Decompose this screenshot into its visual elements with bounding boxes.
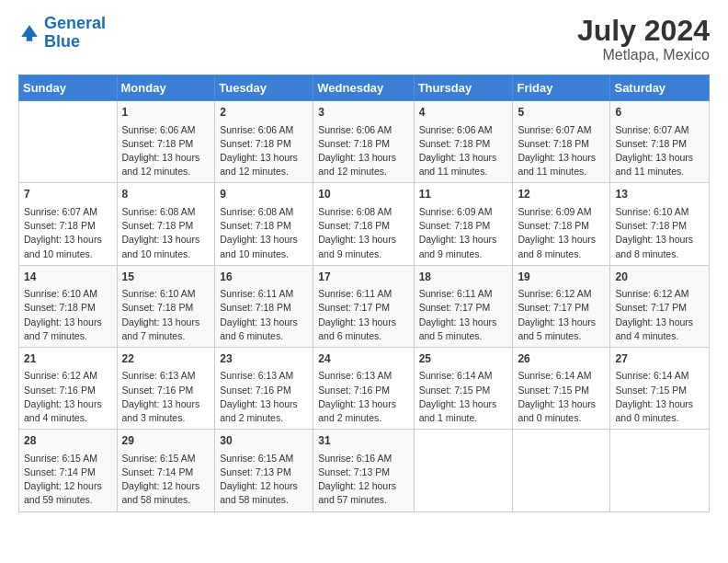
title-block: July 2024 Metlapa, Mexico bbox=[577, 15, 710, 63]
day-number: 31 bbox=[318, 433, 408, 449]
day-number: 6 bbox=[615, 105, 704, 121]
week-row-3: 21Sunrise: 6:12 AMSunset: 7:16 PMDayligh… bbox=[19, 347, 710, 429]
day-number: 17 bbox=[318, 270, 408, 285]
week-row-1: 7Sunrise: 6:07 AMSunset: 7:18 PMDaylight… bbox=[19, 183, 710, 265]
day-number: 16 bbox=[220, 270, 308, 285]
calendar-cell: 20Sunrise: 6:12 AMSunset: 7:17 PMDayligh… bbox=[610, 265, 710, 347]
day-number: 27 bbox=[615, 351, 704, 367]
calendar-cell: 9Sunrise: 6:08 AMSunset: 7:18 PMDaylight… bbox=[215, 183, 313, 265]
day-number: 14 bbox=[24, 270, 112, 285]
day-number: 26 bbox=[518, 351, 605, 367]
day-number: 24 bbox=[318, 351, 408, 367]
calendar-cell: 28Sunrise: 6:15 AMSunset: 7:14 PMDayligh… bbox=[19, 430, 118, 511]
day-number: 19 bbox=[518, 270, 605, 285]
calendar-cell: 3Sunrise: 6:06 AMSunset: 7:18 PMDaylight… bbox=[313, 101, 414, 183]
calendar-page: General Blue July 2024 Metlapa, Mexico S… bbox=[0, 0, 728, 563]
day-number: 5 bbox=[518, 105, 605, 121]
calendar-cell: 14Sunrise: 6:10 AMSunset: 7:18 PMDayligh… bbox=[19, 265, 118, 347]
day-number: 12 bbox=[518, 187, 605, 202]
day-number: 3 bbox=[318, 105, 408, 121]
calendar-cell: 26Sunrise: 6:14 AMSunset: 7:15 PMDayligh… bbox=[513, 347, 610, 429]
day-number: 4 bbox=[419, 105, 508, 121]
day-number: 22 bbox=[122, 351, 210, 367]
day-number: 29 bbox=[122, 433, 210, 449]
calendar-cell: 27Sunrise: 6:14 AMSunset: 7:15 PMDayligh… bbox=[610, 347, 710, 429]
calendar-cell: 30Sunrise: 6:15 AMSunset: 7:13 PMDayligh… bbox=[215, 430, 313, 511]
day-number: 13 bbox=[615, 187, 704, 202]
calendar-cell: 24Sunrise: 6:13 AMSunset: 7:16 PMDayligh… bbox=[313, 347, 414, 429]
calendar-cell bbox=[414, 430, 513, 511]
calendar-cell: 1Sunrise: 6:06 AMSunset: 7:18 PMDaylight… bbox=[117, 101, 215, 183]
day-number: 15 bbox=[122, 270, 210, 285]
header: General Blue July 2024 Metlapa, Mexico bbox=[18, 15, 710, 63]
calendar-cell: 5Sunrise: 6:07 AMSunset: 7:18 PMDaylight… bbox=[513, 101, 610, 183]
logo: General Blue bbox=[18, 15, 106, 52]
calendar-cell: 25Sunrise: 6:14 AMSunset: 7:15 PMDayligh… bbox=[414, 347, 513, 429]
calendar-cell: 8Sunrise: 6:08 AMSunset: 7:18 PMDaylight… bbox=[117, 183, 215, 265]
svg-rect-1 bbox=[27, 37, 32, 41]
day-header-tuesday: Tuesday bbox=[215, 75, 313, 101]
calendar-cell: 10Sunrise: 6:08 AMSunset: 7:18 PMDayligh… bbox=[313, 183, 414, 265]
calendar-cell bbox=[610, 430, 710, 511]
day-number: 25 bbox=[419, 351, 508, 367]
day-number: 21 bbox=[24, 351, 112, 367]
calendar-cell: 19Sunrise: 6:12 AMSunset: 7:17 PMDayligh… bbox=[513, 265, 610, 347]
calendar-cell: 22Sunrise: 6:13 AMSunset: 7:16 PMDayligh… bbox=[117, 347, 215, 429]
calendar-cell: 21Sunrise: 6:12 AMSunset: 7:16 PMDayligh… bbox=[19, 347, 118, 429]
calendar-cell: 17Sunrise: 6:11 AMSunset: 7:17 PMDayligh… bbox=[313, 265, 414, 347]
logo-text: General Blue bbox=[44, 15, 106, 52]
day-number: 30 bbox=[220, 433, 308, 449]
day-header-friday: Friday bbox=[513, 75, 610, 101]
calendar-table: SundayMondayTuesdayWednesdayThursdayFrid… bbox=[18, 75, 710, 511]
month-year: July 2024 bbox=[577, 15, 710, 47]
calendar-cell: 13Sunrise: 6:10 AMSunset: 7:18 PMDayligh… bbox=[610, 183, 710, 265]
week-row-2: 14Sunrise: 6:10 AMSunset: 7:18 PMDayligh… bbox=[19, 265, 710, 347]
calendar-cell: 6Sunrise: 6:07 AMSunset: 7:18 PMDaylight… bbox=[610, 101, 710, 183]
logo-icon bbox=[18, 22, 40, 44]
week-row-4: 28Sunrise: 6:15 AMSunset: 7:14 PMDayligh… bbox=[19, 430, 710, 511]
day-number: 18 bbox=[419, 270, 508, 285]
day-number: 20 bbox=[615, 270, 704, 285]
day-number: 28 bbox=[24, 433, 112, 449]
calendar-cell: 16Sunrise: 6:11 AMSunset: 7:18 PMDayligh… bbox=[215, 265, 313, 347]
calendar-cell: 29Sunrise: 6:15 AMSunset: 7:14 PMDayligh… bbox=[117, 430, 215, 511]
day-header-sunday: Sunday bbox=[19, 75, 118, 101]
calendar-cell: 2Sunrise: 6:06 AMSunset: 7:18 PMDaylight… bbox=[215, 101, 313, 183]
header-row: SundayMondayTuesdayWednesdayThursdayFrid… bbox=[19, 75, 710, 101]
calendar-cell: 4Sunrise: 6:06 AMSunset: 7:18 PMDaylight… bbox=[414, 101, 513, 183]
calendar-cell: 18Sunrise: 6:11 AMSunset: 7:17 PMDayligh… bbox=[414, 265, 513, 347]
day-header-wednesday: Wednesday bbox=[313, 75, 414, 101]
day-number: 1 bbox=[122, 105, 210, 121]
day-number: 7 bbox=[24, 187, 112, 202]
day-header-monday: Monday bbox=[117, 75, 215, 101]
week-row-0: 1Sunrise: 6:06 AMSunset: 7:18 PMDaylight… bbox=[19, 101, 710, 183]
day-number: 23 bbox=[220, 351, 308, 367]
calendar-cell: 23Sunrise: 6:13 AMSunset: 7:16 PMDayligh… bbox=[215, 347, 313, 429]
calendar-cell: 7Sunrise: 6:07 AMSunset: 7:18 PMDaylight… bbox=[19, 183, 118, 265]
day-header-saturday: Saturday bbox=[610, 75, 710, 101]
day-header-thursday: Thursday bbox=[414, 75, 513, 101]
calendar-cell: 12Sunrise: 6:09 AMSunset: 7:18 PMDayligh… bbox=[513, 183, 610, 265]
calendar-cell: 31Sunrise: 6:16 AMSunset: 7:13 PMDayligh… bbox=[313, 430, 414, 511]
day-number: 10 bbox=[318, 187, 408, 202]
location: Metlapa, Mexico bbox=[577, 47, 710, 63]
calendar-cell bbox=[19, 101, 118, 183]
svg-marker-0 bbox=[21, 25, 38, 37]
day-number: 2 bbox=[220, 105, 308, 121]
calendar-cell: 15Sunrise: 6:10 AMSunset: 7:18 PMDayligh… bbox=[117, 265, 215, 347]
calendar-cell: 11Sunrise: 6:09 AMSunset: 7:18 PMDayligh… bbox=[414, 183, 513, 265]
day-number: 11 bbox=[419, 187, 508, 202]
calendar-cell bbox=[513, 430, 610, 511]
day-number: 8 bbox=[122, 187, 210, 202]
day-number: 9 bbox=[220, 187, 308, 202]
